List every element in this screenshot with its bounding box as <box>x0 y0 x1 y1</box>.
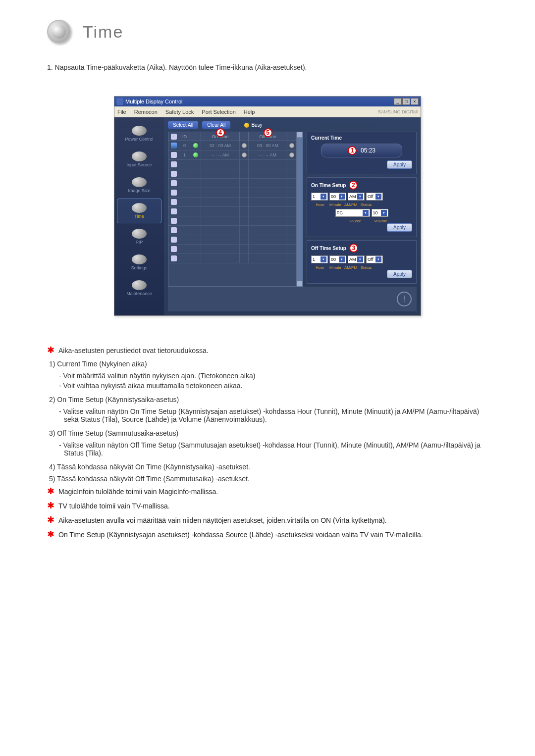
off-minute-select[interactable]: 00▾ <box>329 255 346 263</box>
col-on-time[interactable]: 4 On Time <box>201 132 240 141</box>
minimize-button[interactable]: _ <box>394 98 402 105</box>
desc-item-3: 3) Off Time Setup (Sammutusaika-asetus) <box>49 429 488 437</box>
menu-safety-lock[interactable]: Safety Lock <box>165 109 194 115</box>
menu-remocon[interactable]: Remocon <box>134 109 158 115</box>
menu-file[interactable]: File <box>117 109 126 115</box>
sidebar-label: Image Size <box>128 188 150 193</box>
desc-item-1: 1) Current Time (Nykyinen aika) <box>49 360 488 368</box>
col-id[interactable]: ID <box>179 132 190 141</box>
pip-icon <box>132 229 147 239</box>
sidebar-item-time[interactable]: Time <box>117 199 161 223</box>
on-ampm-select[interactable]: AM▾ <box>348 193 365 201</box>
star-icon: ✱ <box>47 346 54 355</box>
sidebar-label: Settings <box>131 265 148 270</box>
desc-item-5: 5) Tässä kohdassa näkyvät Off Time (Samm… <box>49 475 488 483</box>
sidebar-label: PIP <box>136 240 143 245</box>
table-row[interactable]: 1 -- : -- AM -- : -- AM <box>168 151 296 160</box>
table-row[interactable] <box>168 179 296 188</box>
desc-subitem: - Voit vaihtaa nykyistä aikaa muuttamall… <box>59 382 488 390</box>
sidebar-item-settings[interactable]: Settings <box>117 250 161 275</box>
col-off-time[interactable]: 5 Off Time <box>249 132 287 141</box>
table-row[interactable] <box>168 169 296 179</box>
menu-port-selection[interactable]: Port Selection <box>202 109 235 115</box>
busy-indicator: Busy <box>244 122 262 128</box>
sidebar-item-image-size[interactable]: Image Size <box>117 173 161 198</box>
sidebar: Power Control Input Source Image Size Ti… <box>114 117 164 315</box>
close-button[interactable]: × <box>411 98 419 105</box>
intro-text: 1. Napsauta Time-pääkuvaketta (Aika). Nä… <box>47 63 488 71</box>
current-time-display: 1 05:23 <box>321 144 402 157</box>
table-scrollbar[interactable] <box>297 132 303 287</box>
window-title: Multiple Display Control <box>125 99 394 104</box>
power-icon <box>132 126 147 136</box>
on-status-select[interactable]: Off▾ <box>366 193 383 201</box>
off-status-select[interactable]: Off▾ <box>366 255 383 263</box>
image-size-icon <box>132 177 147 187</box>
apply-button[interactable]: Apply <box>387 270 412 278</box>
on-minute-select[interactable]: 00▾ <box>329 193 346 201</box>
apply-button[interactable]: Apply <box>387 223 412 232</box>
panel-title: Current Time <box>311 135 342 141</box>
status-bar: ! <box>168 287 417 311</box>
on-source-select[interactable]: PC▾ <box>335 209 370 217</box>
callout-3: 3 <box>349 244 358 252</box>
current-time-panel: Current Time 1 05:23 Apply <box>307 132 417 174</box>
time-icon <box>132 203 147 213</box>
on-volume-select[interactable]: 10▾ <box>372 209 388 217</box>
table-row[interactable] <box>168 245 296 254</box>
sidebar-item-power[interactable]: Power Control <box>117 121 161 146</box>
scroll-up-icon[interactable] <box>297 132 303 138</box>
desc-text: TV tulolähde toimii vain TV-mallissa. <box>58 501 170 511</box>
maintenance-icon <box>132 280 147 290</box>
off-ampm-select[interactable]: AM▾ <box>348 255 365 263</box>
callout-1: 1 <box>348 146 357 155</box>
star-icon: ✱ <box>47 515 54 525</box>
busy-icon <box>244 123 249 128</box>
callout-2: 2 <box>349 181 358 190</box>
apply-button[interactable]: Apply <box>387 160 412 169</box>
table-row[interactable] <box>168 254 296 263</box>
table-row[interactable] <box>168 235 296 245</box>
desc-subitem: - Valitse valitun näytön On Time Setup (… <box>59 407 488 423</box>
page-title: Time <box>83 22 123 42</box>
desc-subitem: - Voit määrittää valitun näytön nykyisen… <box>59 372 488 380</box>
table-row[interactable] <box>168 216 296 226</box>
menu-help[interactable]: Help <box>244 109 255 115</box>
table-row[interactable] <box>168 160 296 169</box>
brand-label: SAMSUNG DIGITall <box>378 109 418 114</box>
sidebar-item-input[interactable]: Input Source <box>117 147 161 172</box>
on-time-panel: On Time Setup 2 1▾ 00▾ AM▾ Off▾ Hour <box>307 177 417 237</box>
desc-text: Aika-asetusten perustiedot ovat tietoruu… <box>58 346 209 356</box>
sidebar-item-pip[interactable]: PIP <box>117 224 161 249</box>
table-row[interactable] <box>168 207 296 216</box>
table-row[interactable] <box>168 198 296 207</box>
table-row[interactable] <box>168 226 296 235</box>
off-hour-select[interactable]: 1▾ <box>311 255 328 263</box>
table-row[interactable]: 0 02 : 00 AM 03 : 00 AM <box>168 141 296 151</box>
off-time-panel: Off Time Setup 3 1▾ 00▾ AM▾ Off▾ Hour <box>307 240 417 284</box>
info-icon: ! <box>397 292 412 306</box>
desc-item-4: 4) Tässä kohdassa näkyvät On Time (Käynn… <box>49 463 488 471</box>
callout-4: 4 <box>216 128 225 137</box>
sidebar-label: Time <box>134 214 144 219</box>
input-icon <box>132 151 147 161</box>
desc-text: On Time Setup (Käynnistysajan asetukset)… <box>58 530 423 540</box>
on-hour-select[interactable]: 1▾ <box>311 193 328 201</box>
screenshot: Multiple Display Control _ □ × File Remo… <box>47 96 488 316</box>
sidebar-label: Maintenance <box>126 291 152 296</box>
scroll-down-icon[interactable] <box>297 281 303 287</box>
table-row[interactable] <box>168 188 296 198</box>
panel-title: On Time Setup <box>311 183 346 188</box>
sidebar-item-maintenance[interactable]: Maintenance <box>117 276 161 301</box>
maximize-button[interactable]: □ <box>402 98 410 105</box>
sidebar-label: Input Source <box>126 162 152 167</box>
app-icon <box>116 98 123 105</box>
desc-text: Aika-asetusten avulla voi määrittää vain… <box>58 515 387 526</box>
time-header-icon <box>47 20 71 44</box>
sidebar-label: Power Control <box>125 137 153 142</box>
star-icon: ✱ <box>47 530 54 540</box>
clear-all-button[interactable]: Clear All <box>202 121 230 129</box>
desc-item-2: 2) On Time Setup (Käynnistysaika-asetus) <box>49 396 488 403</box>
select-all-button[interactable]: Select All <box>168 121 198 129</box>
star-icon: ✱ <box>47 487 54 497</box>
